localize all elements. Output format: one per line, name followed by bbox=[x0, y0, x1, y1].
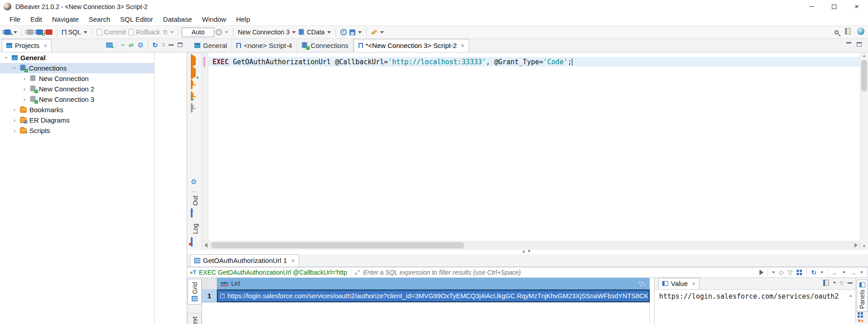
tab-grid[interactable]: Grid bbox=[188, 279, 202, 305]
refresh-icon[interactable]: ↻ bbox=[152, 42, 158, 48]
remove-filter-icon[interactable]: ▽ bbox=[788, 269, 793, 276]
format-button[interactable] bbox=[370, 30, 385, 34]
tab-results-getoauthauthorizationurl[interactable]: GetOAuthAuthorizationUrl 1 × bbox=[190, 254, 299, 267]
execute-statement-button[interactable] bbox=[191, 57, 196, 65]
scroll-right-icon[interactable] bbox=[854, 243, 858, 248]
dbeaver-community-button[interactable] bbox=[857, 28, 864, 37]
expand-arrow-icon[interactable]: › bbox=[12, 106, 17, 113]
tab-script-4[interactable]: <none> Script-4 bbox=[232, 39, 297, 52]
bookmarks-button[interactable] bbox=[845, 28, 851, 36]
tree-item-er-diagrams[interactable]: › ▦ ER Diagrams bbox=[0, 115, 154, 125]
menu-window[interactable]: Window bbox=[197, 14, 231, 24]
tree-item-new-connection[interactable]: › New Connection bbox=[0, 73, 154, 84]
execute-script-button[interactable] bbox=[191, 81, 193, 89]
row-header-1[interactable]: 1 bbox=[202, 290, 217, 302]
menu-help[interactable]: Help bbox=[231, 14, 255, 24]
output-tab-label[interactable]: Out bbox=[192, 195, 199, 206]
search-button[interactable] bbox=[835, 28, 839, 36]
scrollbar-thumb[interactable] bbox=[211, 242, 464, 248]
connection-selector[interactable]: New Connection 3 bbox=[236, 28, 297, 37]
menu-database[interactable]: Database bbox=[158, 14, 197, 24]
tree-item-connections[interactable]: › + Connections bbox=[0, 63, 154, 73]
panel-minimize-icon[interactable] bbox=[848, 282, 853, 284]
log-tab-label[interactable]: Log bbox=[192, 224, 199, 234]
panel-switch-icon[interactable] bbox=[858, 312, 863, 318]
database-selector[interactable]: CData bbox=[297, 28, 332, 37]
tab-projects[interactable]: Projects × bbox=[2, 39, 52, 52]
window-minimize-button[interactable] bbox=[800, 0, 823, 13]
expand-arrow-icon[interactable]: › bbox=[11, 66, 18, 71]
commit-mode-select[interactable]: Auto bbox=[182, 28, 214, 37]
tree-item-bookmarks[interactable]: › ★ Bookmarks bbox=[0, 105, 154, 115]
view-menu-icon[interactable]: ▽ bbox=[840, 281, 844, 286]
tree-item-general[interactable]: › General bbox=[0, 52, 154, 63]
window-close-button[interactable]: × bbox=[845, 0, 868, 13]
tab-connections[interactable]: + Connections bbox=[297, 39, 353, 52]
tree-item-new-connection-2[interactable]: › ✓ New Connection 2 bbox=[0, 84, 154, 94]
value-viewer-book-icon[interactable] bbox=[823, 280, 829, 286]
execute-new-tab-button[interactable]: + bbox=[191, 69, 196, 77]
column-header-url[interactable]: ABC Url ▽↕ bbox=[217, 278, 650, 290]
previous-chevron-icon[interactable] bbox=[843, 272, 845, 273]
editor-results-sash[interactable]: ▲▼ bbox=[187, 250, 868, 254]
expand-arrow-icon[interactable]: › bbox=[12, 117, 17, 124]
scroll-down-icon[interactable]: ▼ bbox=[861, 243, 867, 249]
close-icon[interactable]: × bbox=[461, 42, 464, 49]
editor-horizontal-scrollbar[interactable] bbox=[202, 241, 860, 250]
tab-value[interactable]: Value × bbox=[658, 278, 699, 289]
transaction-log-button[interactable]: T⁝ bbox=[161, 28, 175, 37]
panel-minimize-icon[interactable] bbox=[169, 44, 174, 46]
panel-close-icon[interactable]: ✕■ bbox=[858, 319, 863, 323]
scroll-up-icon[interactable]: ▲ bbox=[861, 53, 867, 59]
sql-editor-canvas[interactable]: EXEC GetOAuthAuthorizationUrl @CallbackU… bbox=[208, 52, 860, 250]
expand-arrow-icon[interactable]: › bbox=[3, 55, 10, 61]
column-filter-sort-icon[interactable]: ▽↕ bbox=[639, 280, 646, 287]
transaction-history-button[interactable] bbox=[214, 28, 230, 36]
expand-filter-icon[interactable]: ⤢ bbox=[351, 269, 359, 276]
disconnect-button[interactable] bbox=[44, 29, 54, 36]
reconnect-button[interactable]: ↻ bbox=[35, 29, 44, 36]
editor-settings-button[interactable]: ⚙ bbox=[191, 178, 197, 185]
collapse-all-icon[interactable]: − bbox=[121, 42, 125, 48]
tab-panels[interactable]: Panels bbox=[857, 280, 868, 312]
scroll-up-icon[interactable]: ▲ bbox=[849, 293, 853, 298]
expand-arrow-icon[interactable]: › bbox=[12, 127, 17, 134]
window-maximize-button[interactable] bbox=[823, 0, 845, 13]
scroll-left-icon[interactable] bbox=[204, 243, 208, 248]
close-icon[interactable]: × bbox=[692, 280, 695, 287]
editor-vertical-scrollbar[interactable]: ▲ ▼ bbox=[860, 52, 868, 250]
expand-arrow-icon[interactable]: › bbox=[22, 75, 27, 82]
connect-button[interactable] bbox=[25, 29, 35, 36]
log-tab-button[interactable] bbox=[191, 238, 193, 246]
new-connection-button[interactable]: + bbox=[3, 29, 19, 36]
grid-row-selected[interactable]: https://login.salesforce.com/services/oa… bbox=[217, 290, 650, 302]
sash-collapse-icons[interactable]: ▲▼ bbox=[522, 249, 533, 253]
schedule-button[interactable] bbox=[339, 28, 348, 36]
view-menu-icon[interactable]: ⁝⁝ bbox=[162, 42, 165, 48]
save-filter-grid-icon[interactable] bbox=[797, 270, 802, 276]
tree-item-new-connection-3[interactable]: › ✓ New Connection 3 bbox=[0, 94, 154, 105]
editor-maximize-icon[interactable] bbox=[857, 42, 862, 47]
erase-filter-icon[interactable]: ◇ bbox=[779, 269, 784, 276]
execute-script-new-button[interactable]: + bbox=[191, 92, 193, 100]
filter-expression-input[interactable] bbox=[363, 269, 760, 276]
menu-navigate[interactable]: Navigate bbox=[47, 14, 84, 24]
value-panel-content[interactable]: https://login.salesforce.com/services/oa… bbox=[655, 290, 855, 324]
sql-editor-button[interactable]: SQL bbox=[61, 28, 89, 37]
apply-filter-icon[interactable] bbox=[760, 270, 764, 275]
viewer-chevron-icon[interactable] bbox=[833, 282, 836, 284]
refresh-results-icon[interactable]: ↻ bbox=[811, 269, 816, 276]
output-tab-button[interactable] bbox=[191, 209, 193, 217]
settings-gear-icon[interactable]: ⚙ bbox=[137, 42, 143, 48]
tab-general[interactable]: General bbox=[190, 39, 232, 52]
scrollbar-thumb[interactable] bbox=[861, 60, 867, 91]
previous-page-icon[interactable]: ← bbox=[832, 269, 839, 276]
menu-edit[interactable]: Edit bbox=[25, 14, 47, 24]
filter-history-chevron-icon[interactable] bbox=[772, 272, 775, 273]
close-icon[interactable]: × bbox=[291, 257, 295, 264]
editor-minimize-icon[interactable] bbox=[846, 42, 851, 43]
commit-button[interactable]: Commit bbox=[95, 28, 127, 37]
next-chevron-icon[interactable] bbox=[860, 272, 863, 273]
save-button[interactable] bbox=[348, 29, 363, 36]
menu-search[interactable]: Search bbox=[84, 14, 115, 24]
